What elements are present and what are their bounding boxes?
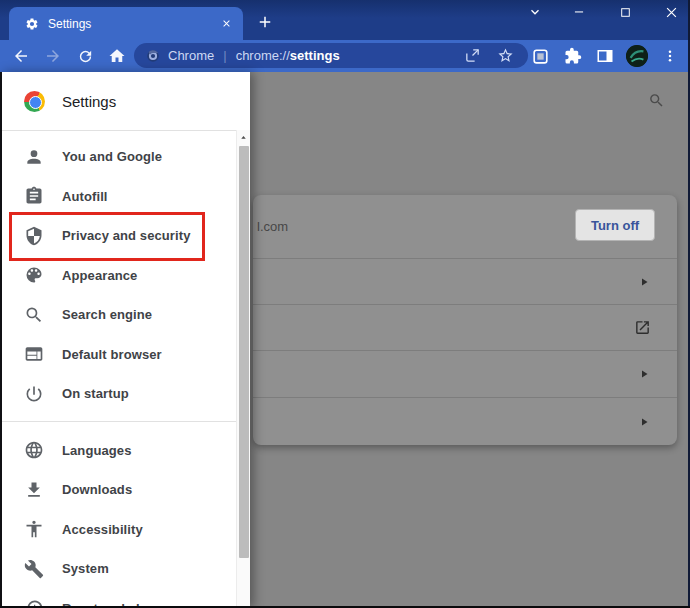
reload-icon[interactable]	[74, 45, 96, 67]
sidebar-item-on-startup[interactable]: On startup	[0, 374, 236, 414]
settings-link-row[interactable]	[253, 350, 677, 397]
accessibility-icon	[24, 519, 44, 539]
settings-link-row[interactable]	[253, 258, 677, 304]
search-icon[interactable]	[648, 92, 665, 109]
home-icon[interactable]	[106, 45, 128, 67]
extensions-puzzle-icon[interactable]	[562, 46, 583, 67]
address-bar[interactable]: Chrome | chrome://settings	[134, 43, 528, 68]
sidebar-item-languages[interactable]: Languages	[0, 431, 236, 471]
wrench-icon	[24, 559, 44, 579]
divider	[0, 130, 250, 131]
drawer-header: Settings	[0, 72, 250, 130]
download-icon	[24, 480, 44, 500]
minimize-icon[interactable]	[568, 1, 590, 23]
settings-drawer: Settings You and Google Autofill Privacy…	[0, 72, 250, 608]
shield-icon	[24, 226, 44, 246]
chrome-grayscale-logo-icon	[146, 49, 160, 63]
sidebar-item-search-engine[interactable]: Search engine	[0, 295, 236, 335]
site-label: Chrome	[168, 48, 214, 63]
settings-card: l.com Turn off	[253, 195, 677, 445]
chrome-logo	[24, 91, 45, 112]
autofill-icon	[24, 186, 44, 206]
screenshot-icon[interactable]	[530, 46, 551, 67]
power-icon	[24, 384, 44, 404]
browser-window-icon	[24, 344, 44, 364]
sidebar-item-downloads[interactable]: Downloads	[0, 470, 236, 510]
tab-close-icon[interactable]	[219, 16, 233, 30]
turn-off-button[interactable]: Turn off	[575, 209, 655, 241]
settings-content-scrim: l.com Turn off	[250, 72, 690, 608]
sidebar-item-default-browser[interactable]: Default browser	[0, 335, 236, 375]
open-in-new-icon	[634, 319, 651, 336]
chevron-right-icon	[638, 416, 647, 428]
titlebar: Settings	[0, 0, 690, 40]
sidebar-item-privacy-and-security[interactable]: Privacy and security	[0, 216, 236, 256]
divider	[0, 421, 236, 422]
profile-avatar[interactable]	[626, 45, 648, 67]
sidebar-item-appearance[interactable]: Appearance	[0, 256, 236, 296]
bookmark-star-icon[interactable]	[497, 47, 514, 64]
maximize-icon[interactable]	[614, 1, 636, 23]
window-frame	[0, 72, 2, 608]
external-link-row[interactable]	[253, 304, 677, 350]
url-separator: |	[223, 48, 226, 63]
back-icon[interactable]	[10, 45, 32, 67]
sidebar-item-accessibility[interactable]: Accessibility	[0, 510, 236, 550]
kebab-menu-icon[interactable]	[659, 46, 680, 67]
share-icon[interactable]	[464, 47, 481, 64]
tab-title: Settings	[48, 17, 91, 31]
url-path: settings	[290, 48, 340, 63]
settings-menu: You and Google Autofill Privacy and secu…	[0, 137, 236, 608]
sync-account-row: l.com Turn off	[253, 195, 677, 258]
forward-icon[interactable]	[42, 45, 64, 67]
account-email-fragment: l.com	[257, 219, 288, 234]
tab-search-chevron-icon[interactable]	[524, 1, 546, 23]
scrollbar-thumb[interactable]	[239, 146, 249, 558]
person-icon	[24, 147, 44, 167]
close-icon[interactable]	[660, 1, 682, 23]
drawer-title: Settings	[62, 93, 116, 110]
palette-icon	[24, 265, 44, 285]
gear-icon	[25, 17, 39, 31]
sidebar-item-system[interactable]: System	[0, 549, 236, 589]
settings-link-row[interactable]	[253, 397, 677, 445]
globe-icon	[24, 440, 44, 460]
chevron-right-icon	[638, 368, 647, 380]
scrollbar-up-arrow-icon[interactable]	[237, 130, 250, 145]
chevron-right-icon	[638, 276, 647, 288]
search-icon	[24, 305, 44, 325]
tab-settings[interactable]: Settings	[9, 7, 243, 40]
sidebar-item-autofill[interactable]: Autofill	[0, 177, 236, 217]
sidebar-item-you-and-google[interactable]: You and Google	[0, 137, 236, 177]
toolbar: Chrome | chrome://settings	[0, 40, 690, 72]
side-panel-icon[interactable]	[594, 46, 615, 67]
drawer-scrollbar[interactable]	[236, 130, 250, 608]
url-scheme: chrome://	[236, 48, 290, 63]
new-tab-icon[interactable]	[255, 12, 275, 32]
